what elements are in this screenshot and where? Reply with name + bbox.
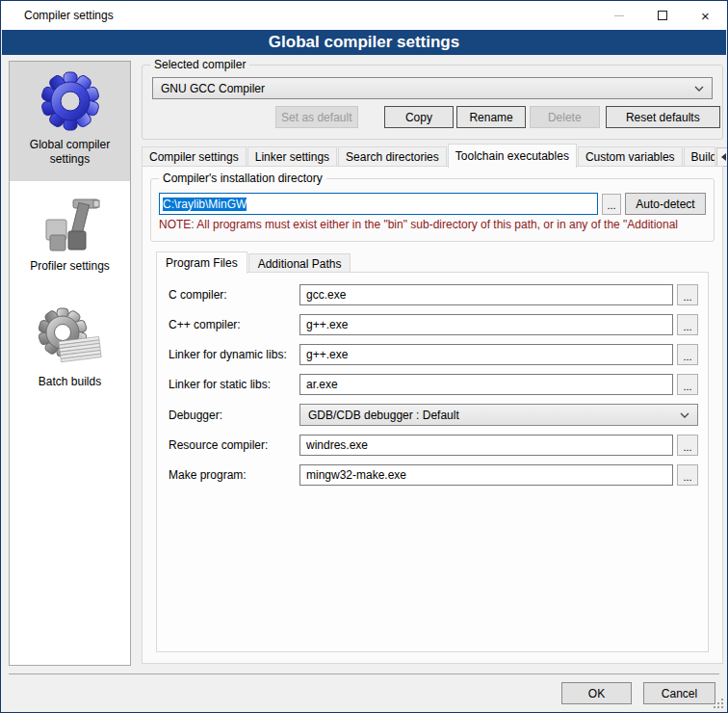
settings-tabstrip: Compiler settings Linker settings Search…: [142, 143, 728, 167]
rename-button[interactable]: Rename: [456, 106, 526, 128]
set-as-default-button[interactable]: Set as default: [275, 106, 358, 128]
field-row-cpp-compiler: C++ compiler: ...: [169, 314, 698, 335]
tab-custom-variables[interactable]: Custom variables: [578, 146, 683, 167]
caliper-icon: [39, 195, 102, 254]
gray-gear-stack-icon: [37, 306, 104, 370]
field-row-c-compiler: C compiler: ...: [169, 284, 698, 305]
sidebar-item-profiler-settings[interactable]: Profiler settings: [10, 181, 130, 289]
minimize-button[interactable]: [597, 1, 640, 30]
compiler-select-value: GNU GCC Compiler: [161, 82, 265, 95]
field-row-resource-compiler: Resource compiler: ...: [169, 435, 698, 456]
field-label: C++ compiler:: [169, 318, 299, 331]
arrow-left-icon: [721, 153, 726, 161]
minimize-icon: [614, 15, 624, 16]
field-row-linker-dynamic: Linker for dynamic libs: ...: [169, 344, 698, 365]
field-label: Resource compiler:: [169, 438, 299, 452]
tab-scroll-left-button[interactable]: [716, 147, 728, 167]
window-controls: ×: [597, 1, 727, 30]
compiler-actions: Set as default Copy Rename Delete Reset …: [143, 106, 722, 128]
tab-compiler-settings[interactable]: Compiler settings: [142, 146, 247, 167]
toolchain-executables-page: Compiler's installation directory C:\ray…: [142, 166, 723, 664]
bin-subdirectory-note: NOTE: All programs must exist either in …: [159, 218, 706, 231]
resource-compiler-input[interactable]: [299, 435, 673, 456]
compiler-settings-dialog: Compiler settings × Global compiler sett…: [0, 0, 728, 713]
cancel-button[interactable]: Cancel: [643, 682, 715, 704]
c-compiler-browse-button[interactable]: ...: [677, 284, 698, 305]
blue-gear-icon: [39, 69, 102, 133]
chevron-down-icon: [680, 412, 689, 418]
tab-toolchain-executables[interactable]: Toolchain executables: [448, 144, 577, 168]
tab-build-options[interactable]: Build: [684, 146, 715, 167]
page-title: Global compiler settings: [2, 30, 726, 55]
tab-additional-paths[interactable]: Additional Paths: [248, 253, 351, 273]
maximize-button[interactable]: [640, 1, 684, 30]
sidebar-item-label: Global compiler settings: [10, 136, 130, 174]
titlebar: Compiler settings ×: [1, 1, 727, 30]
linker-static-input[interactable]: [299, 374, 673, 395]
installation-directory-group: Compiler's installation directory C:\ray…: [150, 178, 715, 242]
selected-compiler-group: Selected compiler GNU GCC Compiler Set a…: [142, 65, 723, 140]
field-label: Linker for static libs:: [169, 378, 299, 391]
group-legend: Compiler's installation directory: [159, 172, 326, 185]
group-legend: Selected compiler: [150, 58, 249, 71]
debugger-select-value: GDB/CDB debugger : Default: [308, 409, 459, 422]
maximize-icon: [658, 11, 667, 20]
reset-defaults-button[interactable]: Reset defaults: [606, 106, 720, 128]
tab-search-directories[interactable]: Search directories: [338, 146, 447, 167]
copy-button[interactable]: Copy: [384, 106, 455, 128]
sidebar-item-global-compiler-settings[interactable]: Global compiler settings: [10, 62, 130, 181]
linker-static-browse-button[interactable]: ...: [677, 374, 698, 395]
close-button[interactable]: ×: [684, 1, 727, 30]
sidebar-item-label: Profiler settings: [10, 257, 130, 281]
make-program-browse-button[interactable]: ...: [677, 464, 698, 486]
field-row-linker-static: Linker for static libs: ...: [169, 374, 698, 395]
auto-detect-button[interactable]: Auto-detect: [625, 193, 706, 215]
resource-compiler-browse-button[interactable]: ...: [677, 435, 698, 456]
window-title: Compiler settings: [1, 9, 114, 22]
footer-divider: [9, 673, 719, 674]
cpp-compiler-input[interactable]: [299, 314, 673, 335]
linker-dynamic-input[interactable]: [299, 344, 673, 365]
installation-directory-input[interactable]: C:\raylib\MinGW: [159, 193, 598, 215]
installation-directory-value: C:\raylib\MinGW: [163, 198, 247, 211]
field-label: C compiler:: [169, 288, 299, 302]
compiler-select[interactable]: GNU GCC Compiler: [152, 77, 713, 99]
c-compiler-input[interactable]: [299, 284, 673, 305]
delete-button[interactable]: Delete: [530, 106, 600, 128]
linker-dynamic-browse-button[interactable]: ...: [677, 344, 698, 365]
settings-sidebar: Global compiler settings Profiler settin…: [9, 61, 131, 666]
directory-browse-button[interactable]: ...: [602, 194, 621, 215]
close-icon: ×: [701, 9, 710, 23]
field-label: Linker for dynamic libs:: [169, 348, 299, 361]
program-files-panel: C compiler: ... C++ compiler: ... Linker…: [156, 272, 709, 652]
field-label: Make program:: [169, 468, 299, 482]
sidebar-item-label: Batch builds: [10, 373, 130, 397]
field-label: Debugger:: [169, 409, 299, 422]
field-row-make-program: Make program: ...: [169, 464, 698, 486]
sidebar-item-batch-builds[interactable]: Batch builds: [10, 289, 130, 414]
field-row-debugger: Debugger: GDB/CDB debugger : Default: [169, 404, 698, 426]
tab-linker-settings[interactable]: Linker settings: [247, 146, 337, 167]
program-tabstrip: Program Files Additional Paths: [156, 251, 351, 273]
cpp-compiler-browse-button[interactable]: ...: [677, 314, 698, 335]
debugger-select[interactable]: GDB/CDB debugger : Default: [299, 404, 698, 426]
resize-grip-icon[interactable]: [721, 706, 723, 708]
make-program-input[interactable]: [299, 464, 673, 486]
tab-program-files[interactable]: Program Files: [156, 251, 247, 274]
ok-button[interactable]: OK: [561, 682, 632, 704]
chevron-down-icon: [694, 86, 704, 92]
